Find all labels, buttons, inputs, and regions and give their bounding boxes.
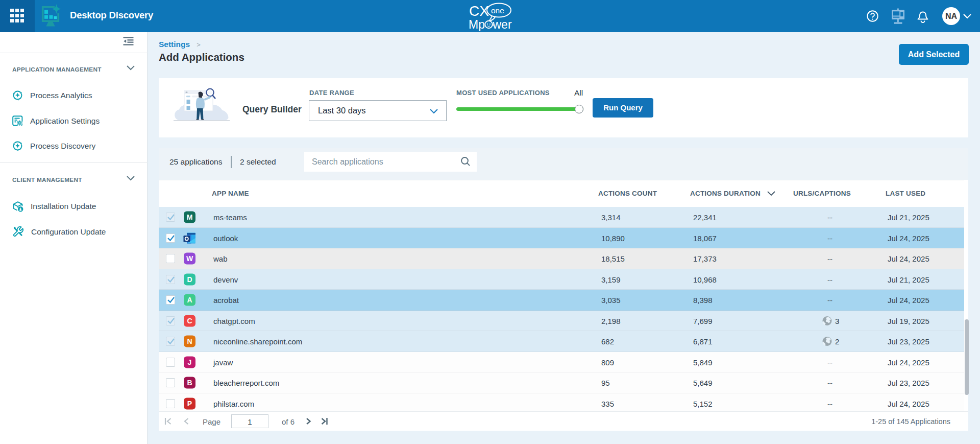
svg-text:one: one: [491, 6, 504, 15]
svg-text:Mp: Mp: [469, 18, 485, 31]
svg-text:CX: CX: [469, 3, 489, 19]
svg-text:wer: wer: [493, 18, 512, 31]
